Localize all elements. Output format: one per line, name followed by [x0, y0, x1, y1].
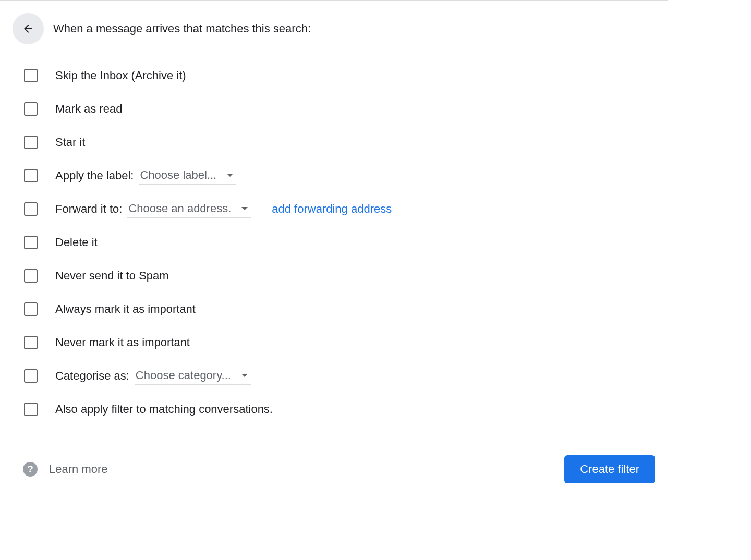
checkbox-apply-label[interactable] [24, 169, 38, 182]
checkbox-star-it[interactable] [24, 136, 38, 149]
checkbox-always-important[interactable] [24, 302, 38, 316]
option-delete-it: Delete it [13, 226, 655, 259]
dropdown-choose-category-text: Choose category... [136, 369, 231, 382]
back-button[interactable] [13, 13, 44, 44]
dropdown-choose-address[interactable]: Choose an address. [127, 201, 251, 218]
option-mark-read: Mark as read [13, 92, 655, 126]
label-never-spam: Never send it to Spam [55, 269, 169, 283]
checkbox-forward-to[interactable] [24, 202, 38, 216]
label-always-important: Always mark it as important [55, 302, 196, 316]
label-also-apply: Also apply filter to matching conversati… [55, 403, 273, 416]
caret-down-icon [241, 207, 248, 210]
option-never-spam: Never send it to Spam [13, 259, 655, 293]
dropdown-choose-address-text: Choose an address. [128, 202, 231, 215]
help-icon[interactable]: ? [23, 462, 38, 477]
checkbox-also-apply[interactable] [24, 403, 38, 416]
option-categorise-as: Categorise as: Choose category... [13, 359, 655, 393]
link-add-forwarding-address[interactable]: add forwarding address [272, 202, 392, 216]
option-also-apply: Also apply filter to matching conversati… [13, 393, 655, 426]
label-never-important: Never mark it as important [55, 336, 190, 349]
option-always-important: Always mark it as important [13, 293, 655, 326]
option-forward-to: Forward it to: Choose an address. add fo… [13, 192, 655, 226]
arrow-left-icon [22, 22, 34, 35]
caret-down-icon [227, 174, 233, 177]
option-skip-inbox: Skip the Inbox (Archive it) [13, 59, 655, 92]
checkbox-delete-it[interactable] [24, 236, 38, 249]
checkbox-skip-inbox[interactable] [24, 69, 38, 82]
label-star-it: Star it [55, 136, 85, 149]
checkbox-categorise-as[interactable] [24, 369, 38, 383]
footer-row: ? Learn more Create filter [13, 455, 655, 483]
label-skip-inbox: Skip the Inbox (Archive it) [55, 69, 186, 82]
link-learn-more[interactable]: Learn more [49, 462, 108, 476]
dropdown-choose-category[interactable]: Choose category... [135, 368, 251, 385]
caret-down-icon [241, 374, 248, 377]
checkbox-never-important[interactable] [24, 336, 38, 349]
label-delete-it: Delete it [55, 236, 98, 249]
create-filter-button[interactable]: Create filter [564, 455, 655, 483]
option-never-important: Never mark it as important [13, 326, 655, 359]
header-row: When a message arrives that matches this… [13, 13, 655, 44]
dropdown-choose-label-text: Choose label... [140, 168, 216, 182]
label-mark-read: Mark as read [55, 102, 122, 116]
filter-actions-panel: When a message arrives that matches this… [0, 0, 668, 498]
dropdown-choose-label[interactable]: Choose label... [139, 167, 236, 185]
checkbox-mark-read[interactable] [24, 102, 38, 116]
footer-left: ? Learn more [23, 462, 108, 477]
option-apply-label: Apply the label: Choose label... [13, 159, 655, 192]
label-categorise-as: Categorise as: [55, 369, 129, 383]
label-forward-to: Forward it to: [55, 202, 122, 216]
header-title: When a message arrives that matches this… [53, 22, 311, 35]
label-apply-label: Apply the label: [55, 169, 134, 182]
checkbox-never-spam[interactable] [24, 269, 38, 283]
option-star-it: Star it [13, 126, 655, 159]
